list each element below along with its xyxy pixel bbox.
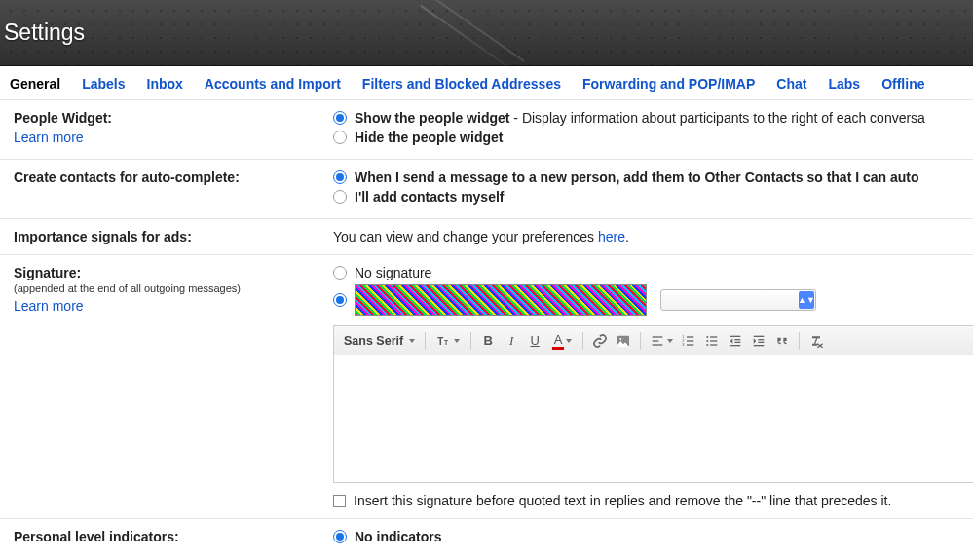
signature-identity-select[interactable]: ▲▼	[660, 289, 816, 311]
importance-link[interactable]: here	[598, 229, 625, 244]
signature-editor: Sans Serif TT B I U A	[333, 325, 973, 483]
dropdown-arrow-icon: ▲▼	[799, 291, 814, 309]
settings-header: Settings	[0, 0, 973, 66]
font-family-button[interactable]: Sans Serif	[340, 334, 419, 348]
tab-chat[interactable]: Chat	[776, 76, 806, 92]
personal-level-title: Personal level indicators:	[14, 529, 314, 544]
people-widget-learn-more[interactable]: Learn more	[14, 130, 314, 145]
importance-title: Importance signals for ads:	[14, 229, 314, 244]
svg-point-3	[619, 338, 621, 340]
svg-point-16	[706, 336, 708, 338]
people-widget-hide-label: Hide the people widget	[355, 130, 503, 145]
signature-textarea[interactable]	[334, 355, 973, 482]
importance-text-after: .	[625, 229, 629, 244]
people-widget-show-radio[interactable]	[333, 111, 347, 125]
svg-point-17	[706, 340, 708, 342]
bold-button[interactable]: B	[477, 330, 499, 352]
personal-level-none-radio[interactable]	[333, 530, 347, 543]
caret-down-icon	[667, 339, 673, 343]
page-title: Settings	[4, 19, 85, 46]
auto-complete-opt1-label: When I send a message to a new person, a…	[355, 169, 919, 185]
people-widget-hide-radio[interactable]	[333, 131, 347, 144]
numbered-list-button[interactable]: 123	[678, 330, 699, 352]
tab-labs[interactable]: Labs	[828, 76, 860, 92]
image-button[interactable]	[613, 330, 634, 352]
caret-down-icon	[454, 339, 460, 343]
section-people-widget: People Widget: Learn more Show the peopl…	[0, 100, 973, 160]
svg-point-18	[706, 344, 708, 346]
tab-labels[interactable]: Labels	[82, 76, 125, 92]
tab-accounts[interactable]: Accounts and Import	[205, 76, 341, 92]
auto-complete-opt2-label: I'll add contacts myself	[355, 189, 505, 205]
caret-down-icon	[409, 339, 415, 343]
tab-general[interactable]: General	[10, 76, 60, 92]
tab-filters[interactable]: Filters and Blocked Addresses	[362, 76, 561, 92]
people-widget-show-desc: - Display information about participants…	[509, 110, 924, 126]
font-family-label: Sans Serif	[344, 334, 403, 348]
underline-button[interactable]: U	[524, 330, 545, 352]
editor-toolbar: Sans Serif TT B I U A	[334, 326, 973, 355]
insert-before-label: Insert this signature before quoted text…	[354, 493, 891, 508]
signature-none-label: No signature	[355, 265, 431, 280]
remove-formatting-button[interactable]	[805, 330, 827, 352]
link-button[interactable]	[589, 330, 611, 352]
section-importance: Importance signals for ads: You can view…	[0, 219, 973, 255]
auto-complete-opt2-radio[interactable]	[333, 190, 347, 204]
indent-less-button[interactable]	[725, 330, 746, 352]
signature-custom-radio[interactable]	[333, 293, 347, 307]
section-personal-level: Personal level indicators: No indicators	[0, 519, 973, 558]
align-button[interactable]	[647, 330, 676, 352]
indent-more-button[interactable]	[748, 330, 769, 352]
signature-learn-more[interactable]: Learn more	[14, 298, 314, 314]
signature-none-radio[interactable]	[333, 266, 347, 280]
people-widget-title: People Widget:	[14, 110, 314, 126]
tab-forwarding[interactable]: Forwarding and POP/IMAP	[582, 76, 755, 92]
signature-title: Signature:	[14, 265, 314, 280]
insert-before-checkbox[interactable]	[333, 495, 346, 507]
section-signature: Signature: (appended at the end of all o…	[0, 255, 973, 519]
section-auto-complete: Create contacts for auto-complete: When …	[0, 160, 973, 219]
caret-down-icon	[566, 339, 572, 343]
bulleted-list-button[interactable]	[701, 330, 723, 352]
text-color-button[interactable]: A	[547, 330, 577, 352]
auto-complete-title: Create contacts for auto-complete:	[14, 169, 314, 185]
quote-button[interactable]	[771, 330, 793, 352]
personal-level-none-label: No indicators	[355, 529, 441, 544]
importance-text-before: You can view and change your preferences	[333, 229, 598, 244]
font-size-button[interactable]: TT	[431, 330, 465, 352]
people-widget-show-text: Show the people widget - Display informa…	[355, 110, 925, 126]
svg-text:3: 3	[682, 342, 685, 347]
auto-complete-opt1-radio[interactable]	[333, 170, 347, 184]
svg-text:T: T	[437, 336, 443, 347]
tab-inbox[interactable]: Inbox	[147, 76, 183, 92]
signature-sub: (appended at the end of all outgoing mes…	[14, 282, 314, 294]
tab-offline[interactable]: Offline	[881, 76, 924, 92]
italic-button[interactable]: I	[501, 330, 522, 352]
people-widget-show-label: Show the people widget	[355, 110, 509, 126]
settings-tabs: General Labels Inbox Accounts and Import…	[0, 66, 973, 100]
svg-text:T: T	[444, 339, 448, 346]
signature-identity-chip[interactable]	[355, 284, 647, 316]
